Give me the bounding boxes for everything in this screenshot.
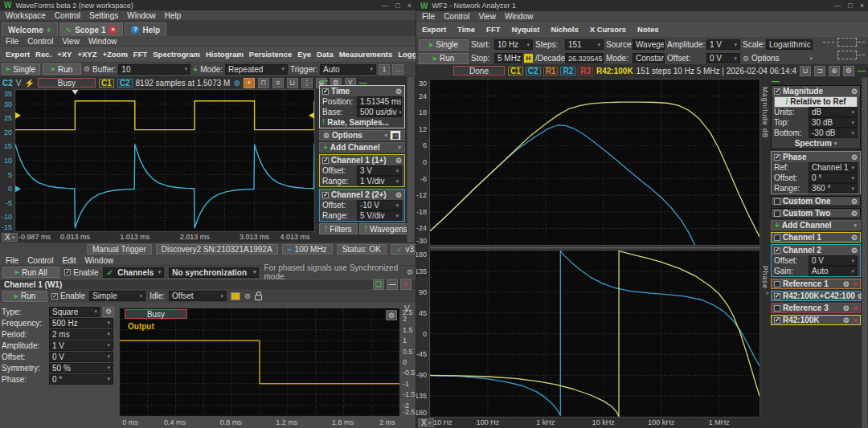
clock-button[interactable]: ⌁100 MHz <box>282 244 333 255</box>
maximize-button[interactable]: □ <box>848 2 852 10</box>
toolbar-item[interactable]: Data <box>317 50 334 59</box>
close-channel-icon[interactable]: × <box>400 279 411 290</box>
toolbar-item[interactable]: Nichols <box>551 25 578 34</box>
param-select[interactable]: 1 V <box>49 340 113 351</box>
gear-icon[interactable]: ⚙ <box>843 304 850 312</box>
menu-item[interactable]: Control <box>444 12 469 21</box>
channel-gear-icon[interactable]: ⚙ <box>244 292 251 300</box>
position-select[interactable]: 1.51345 ms <box>357 96 402 107</box>
wavegens-button[interactable]: !Wavegens <box>359 223 413 234</box>
toolbar-item[interactable]: Export <box>6 50 30 59</box>
custom-two-bar[interactable]: Custom Two⚙ <box>771 208 861 218</box>
menu-item[interactable]: Control <box>27 37 53 46</box>
offset-select[interactable]: 0 V <box>706 53 740 63</box>
na-scrollbar[interactable] <box>862 77 868 428</box>
maximize-button[interactable]: □ <box>395 2 399 10</box>
toolbar-item[interactable]: Nyquist <box>512 25 540 34</box>
trace-chip[interactable]: C2 <box>526 67 541 75</box>
panel-collapse-icon[interactable]: — <box>772 77 780 86</box>
toolbar-item[interactable]: Histogram <box>206 50 244 59</box>
menu-item[interactable]: Control <box>55 11 80 20</box>
menu-item[interactable]: Control <box>27 256 53 265</box>
toolbar-item[interactable]: Notes <box>637 25 658 34</box>
float-icon[interactable]: ❏ <box>373 279 384 290</box>
add-channel-bar[interactable]: +Add Channel▾ <box>319 142 405 153</box>
phase-ref-select[interactable]: Channel 1 <box>809 162 858 173</box>
channel2-chip[interactable]: C2 <box>117 79 133 88</box>
more-button[interactable]: ... <box>392 64 403 75</box>
scope-scrollbar[interactable] <box>407 76 415 243</box>
channel2-offset-select[interactable]: 0 V <box>809 255 858 266</box>
scale-one-icon[interactable]: ⋮ <box>301 78 313 88</box>
close-tab-icon[interactable]: × <box>108 26 117 34</box>
gear-icon[interactable]: ⚙ <box>851 210 858 218</box>
toolbar-item[interactable]: Logging <box>398 50 416 59</box>
toolbar-item[interactable]: +Zoom <box>102 50 127 59</box>
enable-checkbox[interactable]: Enable <box>64 268 98 277</box>
channel1-offset-select[interactable]: 3 V <box>357 165 402 176</box>
collapse-icon[interactable]: — <box>858 67 866 75</box>
time-checkbox[interactable] <box>322 88 329 95</box>
na-channel1-bar[interactable]: Channel 1⚙ <box>771 232 861 243</box>
fit-icon[interactable]: ⊐ <box>814 66 825 76</box>
menu-item[interactable]: View <box>62 37 80 46</box>
channel2-gain-select[interactable]: Auto <box>809 266 858 276</box>
gear-icon[interactable]: ⚙ <box>851 234 858 242</box>
magnitude-plot[interactable] <box>429 79 760 246</box>
menu-item[interactable]: Help <box>165 11 182 20</box>
menu-item[interactable]: Window <box>127 11 156 20</box>
menu-item[interactable]: Edit <box>62 256 76 265</box>
trigger-select[interactable]: Auto <box>320 64 376 75</box>
param-select[interactable]: 0 V <box>49 352 113 362</box>
toolbar-item[interactable]: Export <box>422 25 446 34</box>
notes-icon[interactable]: ▤ <box>390 130 401 141</box>
generator-mode-select[interactable]: Simple <box>89 291 145 301</box>
custom-one-bar[interactable]: Custom One⚙ <box>771 196 861 206</box>
param-select[interactable]: 50 % <box>49 363 113 373</box>
amplitude-select[interactable]: 1 V <box>706 39 740 50</box>
tab-help[interactable]: ?Help <box>125 22 166 36</box>
phase-offset-select[interactable]: 0 ° <box>809 173 858 183</box>
add-tab-icon[interactable]: + <box>47 26 51 35</box>
delete-reference-icon[interactable]: × <box>854 316 858 324</box>
min-icon[interactable]: — <box>387 279 398 290</box>
plot-gear-icon[interactable]: ⚙ <box>843 66 854 76</box>
phase-checkbox[interactable] <box>774 154 780 161</box>
trace-chip[interactable]: R3 <box>578 67 593 75</box>
param-select[interactable]: 500 Hz <box>49 318 113 328</box>
align-left-icon[interactable]: ⊓ <box>258 78 269 88</box>
rate-samples-button[interactable]: Rate, Samples... <box>327 118 389 127</box>
spectrum-button[interactable]: Spectrum <box>795 139 832 148</box>
menu-item[interactable]: File <box>422 12 435 21</box>
phase-gear-icon[interactable]: ⚙ <box>851 153 858 161</box>
gear-icon[interactable]: ⚙ <box>843 316 850 324</box>
channel1-chip[interactable]: C1 <box>99 79 114 88</box>
delete-reference-icon[interactable]: × <box>854 304 858 312</box>
reference-bar[interactable]: R42:100K ⚙ × <box>771 315 861 325</box>
trace-chip[interactable]: R2 <box>560 67 575 75</box>
type-select[interactable]: Square <box>49 307 100 317</box>
trigger-source-icon[interactable]: ⚡ <box>24 79 34 88</box>
menu-item[interactable]: File <box>6 256 18 265</box>
channel2-checkbox[interactable] <box>322 192 329 198</box>
menu-item[interactable]: Window <box>85 256 114 265</box>
phase-plot[interactable] <box>429 250 760 418</box>
menu-item[interactable]: Settings <box>89 11 118 20</box>
relative-to-ref-button[interactable]: /Relative to Ref <box>774 96 858 108</box>
menu-item[interactable]: View <box>478 12 496 21</box>
toolbar-item[interactable]: Measurements <box>339 50 393 59</box>
run-button[interactable]: Run <box>43 63 81 75</box>
tab-welcome[interactable]: Welcome+ <box>2 22 58 36</box>
acquisition-gear-icon[interactable]: ⚙ <box>84 65 90 73</box>
single-button[interactable]: Single <box>2 63 40 75</box>
decade-select[interactable]: 26.320545 <box>565 53 604 63</box>
menu-item[interactable]: Workspace <box>6 11 46 20</box>
add-channel-bar[interactable]: +Add Channel▾ <box>771 220 861 230</box>
run-all-button[interactable]: Run All <box>2 267 59 278</box>
magnitude-checkbox[interactable] <box>774 88 780 95</box>
bottom-select[interactable]: -30 dB <box>809 128 858 138</box>
na-mode-select[interactable]: Constan <box>633 53 665 63</box>
time-gear-icon[interactable]: ⚙ <box>395 88 402 96</box>
hot-track-icon[interactable]: H <box>524 54 533 63</box>
single-button[interactable]: Single <box>419 39 469 51</box>
